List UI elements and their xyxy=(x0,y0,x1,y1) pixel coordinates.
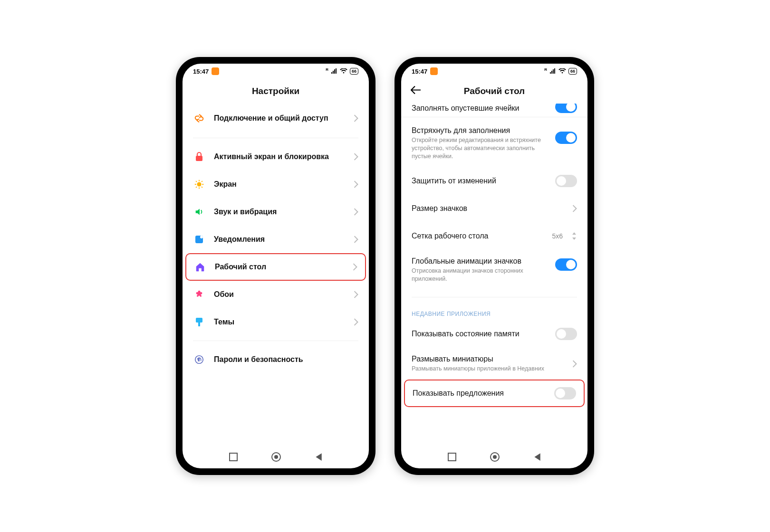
section-recent-apps: НЕДАВНИЕ ПРИЛОЖЕНИЯ xyxy=(401,302,587,320)
svg-rect-0 xyxy=(196,156,202,161)
toggle-suggestions[interactable] xyxy=(554,387,576,399)
row-label: Обои xyxy=(214,290,345,299)
nav-recent-icon[interactable] xyxy=(448,453,456,461)
status-app-icon xyxy=(212,67,219,75)
row-grid[interactable]: Сетка рабочего стола 5x6 xyxy=(401,222,587,250)
row-label: Сетка рабочего стола xyxy=(412,231,543,241)
row-wallpaper[interactable]: Обои xyxy=(183,281,369,308)
row-label: Экран xyxy=(214,180,345,189)
row-label: Активный экран и блокировка xyxy=(214,152,345,162)
svg-point-12 xyxy=(493,455,497,459)
toggle-fill-cells[interactable] xyxy=(555,104,577,113)
row-label: Подключение и общий доступ xyxy=(214,114,345,123)
up-down-icon xyxy=(571,232,577,240)
signal-icon xyxy=(549,68,556,74)
grid-value: 5x6 xyxy=(552,232,563,240)
svg-rect-5 xyxy=(198,323,200,326)
screen-right: 15:47 R 66 Рабочий стол Заполнять опусте… xyxy=(401,64,587,468)
row-label: Размер значков xyxy=(412,204,564,213)
paint-icon xyxy=(193,317,205,327)
toggle-shake[interactable] xyxy=(555,132,577,144)
svg-rect-10 xyxy=(448,453,456,461)
status-time: 15:47 xyxy=(193,68,209,75)
nav-bar xyxy=(183,446,369,468)
row-shake-to-fill[interactable]: Встряхнуть для заполнения Откройте режим… xyxy=(401,117,587,167)
battery-icon: 66 xyxy=(350,68,358,75)
phone-left: 15:47 R 66 Настройки Подключение и общий… xyxy=(176,57,375,475)
row-label: Пароли и безопасность xyxy=(214,355,358,364)
row-label: Заполнять опустевшие ячейки xyxy=(412,104,520,113)
row-label: Звук и вибрация xyxy=(214,207,345,217)
chevron-right-icon xyxy=(354,153,358,161)
nav-bar xyxy=(401,446,587,468)
page-title: Рабочий стол xyxy=(464,86,525,96)
toggle-global-anim[interactable] xyxy=(555,258,577,271)
row-label: Рабочий стол xyxy=(215,262,344,272)
row-themes[interactable]: Темы xyxy=(183,308,369,336)
share-icon xyxy=(193,113,205,124)
flower-icon xyxy=(193,289,205,300)
header: Рабочий стол xyxy=(401,79,587,104)
toggle-protect[interactable] xyxy=(555,175,577,187)
row-label: Темы xyxy=(214,317,345,327)
toggle-memory[interactable] xyxy=(555,328,577,340)
row-description: Откройте режим редактирования и встряхни… xyxy=(412,136,547,161)
divider xyxy=(193,341,358,341)
status-app-icon xyxy=(430,67,438,75)
divider xyxy=(193,138,358,138)
chevron-right-icon xyxy=(354,208,358,216)
row-fill-empty-cells[interactable]: Заполнять опустевшие ячейки xyxy=(401,104,587,117)
nav-home-icon[interactable] xyxy=(271,452,281,462)
row-icon-size[interactable]: Размер значков xyxy=(401,195,587,222)
signal-icon xyxy=(331,68,337,74)
row-home-screen[interactable]: Рабочий стол xyxy=(185,253,366,281)
row-blur-thumbnails[interactable]: Размывать миниатюры Размывать миниатюры … xyxy=(401,348,587,380)
nav-home-icon[interactable] xyxy=(490,452,500,462)
chevron-right-icon xyxy=(353,263,357,271)
row-label: Глобальные анимации значков xyxy=(412,256,547,266)
chevron-right-icon xyxy=(354,318,358,326)
status-bar: 15:47 R 66 xyxy=(183,64,369,79)
row-label: Уведомления xyxy=(214,235,345,244)
home-settings-list[interactable]: Заполнять опустевшие ячейки Встряхнуть д… xyxy=(401,104,587,446)
nav-back-icon[interactable] xyxy=(315,453,322,461)
signal-icon: R xyxy=(544,67,547,72)
svg-rect-7 xyxy=(230,453,237,461)
row-description: Размывать миниатюры приложений в Недавни… xyxy=(412,365,564,373)
phone-right: 15:47 R 66 Рабочий стол Заполнять опусте… xyxy=(395,57,594,475)
row-description: Отрисовка анимации значков сторонних при… xyxy=(412,267,547,283)
row-sound[interactable]: Звук и вибрация xyxy=(183,198,369,226)
chevron-right-icon xyxy=(354,291,358,298)
fingerprint-icon xyxy=(193,354,205,365)
row-label: Показывать предложения xyxy=(413,389,546,398)
signal-icon: R xyxy=(326,67,328,72)
row-passwords-security[interactable]: Пароли и безопасность xyxy=(183,346,369,373)
svg-point-3 xyxy=(200,236,203,238)
row-lockscreen[interactable]: Активный экран и блокировка xyxy=(183,143,369,171)
svg-point-1 xyxy=(197,182,201,186)
chevron-right-icon xyxy=(354,114,358,122)
notifications-icon xyxy=(193,235,205,244)
row-label: Размывать миниатюры xyxy=(412,354,564,364)
screen-left: 15:47 R 66 Настройки Подключение и общий… xyxy=(183,64,369,468)
settings-list[interactable]: Подключение и общий доступ Активный экра… xyxy=(183,104,369,446)
row-connection-sharing[interactable]: Подключение и общий доступ xyxy=(183,104,369,133)
row-protect-changes[interactable]: Защитить от изменений xyxy=(401,167,587,195)
row-display[interactable]: Экран xyxy=(183,171,369,198)
divider xyxy=(412,297,577,297)
status-time: 15:47 xyxy=(412,68,427,75)
page-title: Настройки xyxy=(252,86,299,96)
header: Настройки xyxy=(183,79,369,104)
back-button[interactable] xyxy=(411,86,421,97)
row-memory-status[interactable]: Показывать состояние памяти xyxy=(401,320,587,348)
row-notifications[interactable]: Уведомления xyxy=(183,226,369,253)
nav-recent-icon[interactable] xyxy=(229,453,238,461)
svg-point-9 xyxy=(274,455,278,459)
sun-icon xyxy=(193,179,205,190)
row-global-animations[interactable]: Глобальные анимации значков Отрисовка ан… xyxy=(401,250,587,290)
svg-rect-4 xyxy=(196,318,202,323)
chevron-right-icon xyxy=(572,205,577,212)
nav-back-icon[interactable] xyxy=(533,453,541,461)
chevron-right-icon xyxy=(354,236,358,243)
row-show-suggestions[interactable]: Показывать предложения xyxy=(404,380,585,407)
